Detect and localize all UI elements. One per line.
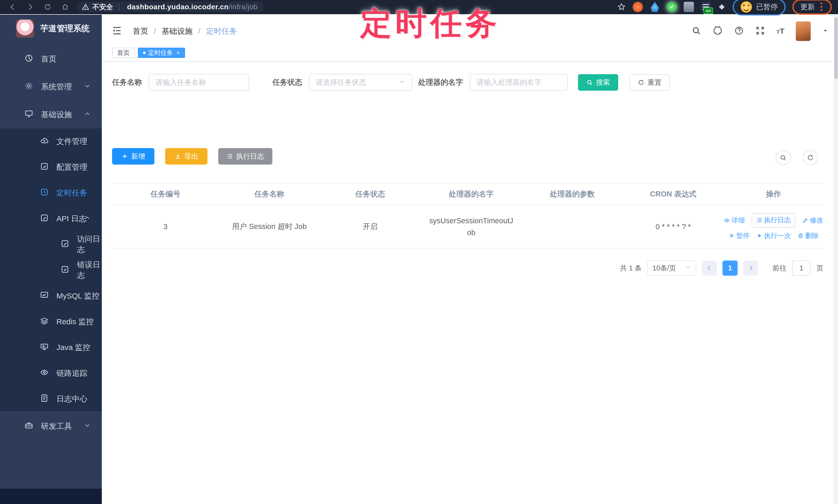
run-once-link[interactable]: 执行一次 bbox=[756, 231, 791, 240]
bookmark-star-icon[interactable] bbox=[617, 3, 626, 11]
browser-back-icon[interactable] bbox=[9, 3, 17, 11]
gear-icon bbox=[24, 82, 33, 92]
task-status-select[interactable]: 请选择任务状态 bbox=[309, 74, 412, 91]
add-button[interactable]: 新增 bbox=[112, 148, 154, 165]
column-header-job-id: 任务编号 bbox=[112, 189, 219, 199]
log-center-icon bbox=[40, 394, 49, 404]
java-monitor-icon bbox=[40, 342, 49, 353]
search-button-label: 搜索 bbox=[596, 78, 610, 87]
sidebar-item-log-center[interactable]: 日志中心 bbox=[0, 386, 102, 412]
handler-name-input[interactable] bbox=[470, 74, 568, 91]
github-icon[interactable] bbox=[713, 25, 723, 37]
reset-button[interactable]: 重置 bbox=[630, 74, 670, 91]
browser-menu-icon[interactable] bbox=[819, 3, 824, 11]
exec-log-link[interactable]: 执行日志 bbox=[756, 216, 791, 224]
edit-link[interactable]: 修改 bbox=[802, 216, 823, 225]
brand-logo-avatar bbox=[16, 20, 34, 38]
sidebar-item-infrastructure[interactable]: 基础设施 bbox=[0, 101, 102, 128]
sidebar-item-mysql-monitor[interactable]: MySQL 监控 bbox=[0, 283, 102, 309]
sidebar-item-label: 配置管理 bbox=[56, 162, 87, 173]
search-icon[interactable] bbox=[692, 26, 701, 37]
extension-icon-grid[interactable] bbox=[684, 2, 694, 12]
breadcrumb-home[interactable]: 首页 bbox=[133, 26, 148, 37]
task-name-input[interactable] bbox=[149, 74, 249, 91]
toggle-search-button[interactable] bbox=[775, 150, 790, 165]
tab-home[interactable]: 首页 bbox=[112, 48, 135, 58]
user-avatar[interactable] bbox=[796, 21, 811, 41]
sidebar-item-java-monitor[interactable]: Java 监控 bbox=[0, 335, 102, 360]
sidebar-item-home[interactable]: 首页 bbox=[0, 45, 102, 73]
extension-icon-blue[interactable] bbox=[650, 2, 660, 12]
fullscreen-icon[interactable] bbox=[755, 26, 765, 37]
page-size-select[interactable]: 10条/页 bbox=[647, 260, 696, 276]
extension-icon-orange[interactable] bbox=[633, 2, 643, 12]
exec-log-button[interactable]: 执行日志 bbox=[218, 148, 273, 165]
sidebar-item-api-log[interactable]: API 日志 bbox=[0, 206, 102, 232]
sidebar-item-label: 定时任务 bbox=[56, 188, 87, 198]
sidebar-item-redis-monitor[interactable]: Redis 监控 bbox=[0, 309, 102, 335]
browser-forward-icon[interactable] bbox=[26, 3, 34, 11]
error-log-icon bbox=[60, 265, 69, 275]
browser-home-icon[interactable] bbox=[61, 3, 69, 11]
sidebar-item-label: 日志中心 bbox=[56, 394, 87, 404]
close-tab-icon[interactable]: × bbox=[176, 50, 180, 56]
sidebar-item-file-management[interactable]: 文件管理 bbox=[0, 128, 102, 154]
delete-link[interactable]: 删除 bbox=[798, 231, 819, 240]
mysql-monitor-icon bbox=[40, 291, 49, 301]
window-scrollbar[interactable] bbox=[834, 15, 838, 504]
breadcrumb-separator: / bbox=[154, 27, 156, 36]
sidebar-item-error-log[interactable]: 错误日志 bbox=[0, 257, 102, 283]
sidebar-item-access-log[interactable]: 访问日志 bbox=[0, 232, 102, 257]
cell-handler-name: sysUserSessionTimeoutJob bbox=[421, 215, 522, 239]
font-size-icon[interactable]: TT bbox=[776, 27, 784, 36]
security-label: 不安全 bbox=[92, 2, 113, 12]
site-security-chip[interactable]: 不安全 dashboard.yudao.iocoder.cn/infra/job bbox=[77, 2, 264, 12]
address-url[interactable]: dashboard.yudao.iocoder.cn/infra/job bbox=[127, 3, 258, 11]
extension-icon-green-check[interactable]: ✓ bbox=[667, 2, 677, 12]
edit-link-label: 修改 bbox=[810, 216, 823, 225]
search-form: 任务名称 任务状态 请选择任务状态 处理器的名字 搜索 重置 bbox=[112, 74, 670, 91]
sidebar-item-dev-tools[interactable]: 研发工具 bbox=[0, 412, 102, 440]
sidebar-item-system-management[interactable]: 系统管理 bbox=[0, 73, 102, 101]
sidebar-collapse-icon[interactable] bbox=[111, 25, 122, 37]
sidebar-item-label: 访问日志 bbox=[77, 234, 102, 255]
screen: 不安全 dashboard.yudao.iocoder.cn/infra/job… bbox=[0, 0, 838, 504]
task-name-label: 任务名称 bbox=[112, 77, 142, 88]
export-button[interactable]: 导出 bbox=[165, 148, 207, 165]
sidebar-item-config-management[interactable]: 配置管理 bbox=[0, 154, 102, 180]
brand-title: 芋道管理系统 bbox=[40, 23, 90, 34]
sidebar-item-trace[interactable]: 链路追踪 bbox=[0, 360, 102, 386]
refresh-table-button[interactable] bbox=[803, 150, 818, 165]
scrollbar-thumb[interactable] bbox=[834, 17, 838, 79]
extension-icon-list[interactable]: on bbox=[701, 2, 711, 12]
infrastructure-submenu: 文件管理 配置管理 定时任务 API 日志 访问日志 bbox=[0, 128, 102, 412]
sidebar-item-label: 基础设施 bbox=[41, 109, 72, 120]
chevron-down-icon bbox=[685, 264, 691, 272]
table-tools bbox=[775, 150, 818, 165]
help-icon[interactable] bbox=[734, 26, 744, 37]
cell-cron: 0 * * * * ? * bbox=[623, 222, 724, 231]
breadcrumb-infrastructure[interactable]: 基础设施 bbox=[161, 26, 192, 37]
detail-link-label: 详细 bbox=[732, 216, 745, 225]
search-button[interactable]: 搜索 bbox=[578, 74, 618, 91]
cell-actions: 详细 执行日志 修改 bbox=[724, 213, 823, 240]
browser-refresh-icon[interactable] bbox=[44, 3, 52, 11]
tab-label: 定时任务 bbox=[148, 49, 173, 57]
column-header-handler-param: 处理器的参数 bbox=[522, 189, 623, 199]
sidebar-item-scheduled-tasks[interactable]: 定时任务 bbox=[0, 180, 102, 206]
user-menu-caret-icon[interactable] bbox=[822, 27, 829, 35]
cloud-upload-icon bbox=[40, 136, 49, 147]
goto-page-input[interactable] bbox=[792, 260, 811, 276]
detail-link[interactable]: 详细 bbox=[724, 216, 745, 225]
extension-puzzle-icon[interactable] bbox=[718, 3, 726, 11]
page-number-1[interactable]: 1 bbox=[722, 260, 737, 275]
pause-link[interactable]: 暂停 bbox=[729, 231, 750, 240]
update-button[interactable]: 更新 bbox=[800, 2, 815, 12]
tab-scheduled-tasks[interactable]: 定时任务 × bbox=[138, 48, 185, 58]
prev-page-button[interactable] bbox=[702, 260, 717, 275]
next-page-button[interactable] bbox=[743, 260, 758, 275]
toolbox-icon bbox=[24, 421, 33, 432]
column-header-job-status: 任务状态 bbox=[320, 189, 421, 199]
emoji-avatar-icon[interactable] bbox=[740, 1, 752, 13]
total-count-label: 共 1 条 bbox=[620, 264, 642, 273]
